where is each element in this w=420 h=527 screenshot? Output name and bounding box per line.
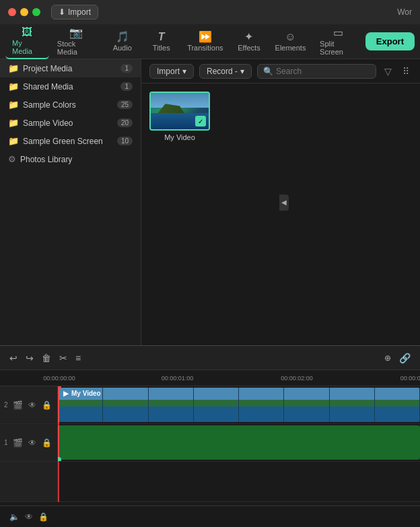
clip-frames xyxy=(58,388,420,422)
frame-4 xyxy=(194,388,239,422)
record-button[interactable]: Record - ▾ xyxy=(199,64,252,79)
badge-sample-video: 20 xyxy=(117,118,133,127)
tab-split-screen[interactable]: ▭ Split Screen xyxy=(313,25,364,59)
traffic-lights xyxy=(8,8,40,16)
ruler-mark-2: 00:00:02:00 xyxy=(281,375,313,382)
frame-5 xyxy=(239,388,284,422)
track-row-video: 2 🎬 👁 🔒 ▶ My Video xyxy=(0,386,420,424)
import-media-button[interactable]: Import ▾ xyxy=(149,64,194,79)
tab-my-media[interactable]: 🖼 My Media xyxy=(5,24,49,59)
video-track-content[interactable]: ▶ My Video xyxy=(58,386,420,423)
sidebar-label-sample-video: Sample Video xyxy=(23,118,73,128)
import-icon: ⬇ xyxy=(59,7,65,17)
sidebar-label-photos-library: Photos Library xyxy=(20,155,72,164)
badge-shared-media: 1 xyxy=(120,82,133,91)
audio-icon: 🎵 xyxy=(116,32,129,42)
badge-green-screen: 10 xyxy=(117,137,133,145)
record-label: Record - xyxy=(207,67,238,76)
stock-media-icon: 📷 xyxy=(69,28,83,38)
track-number-2: 2 xyxy=(4,401,9,409)
undo-button[interactable]: ↩ xyxy=(8,351,19,365)
sidebar-item-sample-colors[interactable]: 📁 Sample Colors 25 xyxy=(0,96,141,114)
time-ruler: 00:00:00:00 00:00:01:00 00:00:02:00 00:0… xyxy=(0,370,420,386)
main-area: 📁 Project Media 1 📁 Shared Media 1 📁 Sam… xyxy=(0,59,420,345)
media-thumb-my-video[interactable]: ✓ My Video xyxy=(149,92,210,141)
effects-icon: ✦ xyxy=(244,32,253,42)
video-playhead xyxy=(58,386,59,423)
link-button[interactable]: 🔗 xyxy=(398,351,412,365)
grid-view-icon[interactable]: ⠿ xyxy=(400,65,412,78)
sidebar-item-project-media[interactable]: 📁 Project Media 1 xyxy=(0,59,141,77)
track-row-empty xyxy=(0,462,420,502)
empty-track-content xyxy=(58,462,420,501)
sidebar-item-photos-library[interactable]: ⚙ Photos Library xyxy=(0,150,141,168)
audio-lock-icon[interactable]: 🔒 xyxy=(40,437,53,449)
audio-track-content[interactable] xyxy=(58,424,420,461)
bottom-lock-icon[interactable]: 🔒 xyxy=(37,511,50,523)
sidebar-label-sample-colors: Sample Colors xyxy=(23,100,76,110)
ruler-marks: 00:00:00:00 00:00:01:00 00:00:02:00 00:0… xyxy=(58,370,420,386)
media-item-label: My Video xyxy=(164,133,195,141)
add-track-button[interactable]: ⊕ xyxy=(383,352,392,364)
import-label: Import xyxy=(68,7,91,17)
audio-playhead-line xyxy=(58,425,59,460)
close-button[interactable] xyxy=(8,8,16,16)
delete-button[interactable]: 🗑 xyxy=(40,351,53,365)
audio-track-wrapper: 1 🎬 👁 🔒 xyxy=(0,424,420,462)
bottom-eye-icon[interactable]: 👁 xyxy=(24,511,34,523)
redo-button[interactable]: ↪ xyxy=(24,351,35,365)
folder-icon-project: 📁 xyxy=(8,63,19,73)
ruler-mark-0: 00:00:00:00 xyxy=(43,375,75,382)
filter-icon[interactable]: ▽ xyxy=(382,65,394,78)
minimize-button[interactable] xyxy=(20,8,28,16)
tab-audio[interactable]: 🎵 Audio xyxy=(104,29,141,55)
search-icon: 🔍 xyxy=(263,67,273,76)
import-media-label: Import xyxy=(157,67,180,76)
tab-audio-label: Audio xyxy=(113,44,132,52)
audio-clip[interactable] xyxy=(58,425,420,460)
video-clip[interactable]: ▶ My Video xyxy=(58,388,420,422)
ruler-mark-1: 00:00:01:00 xyxy=(162,375,194,382)
thumb-selected-check: ✓ xyxy=(195,116,206,127)
list-button[interactable]: ≡ xyxy=(74,351,82,365)
cut-button[interactable]: ✂ xyxy=(58,351,69,365)
sidebar-label-shared-media: Shared Media xyxy=(23,82,73,92)
speaker-icon[interactable]: 🔈 xyxy=(8,511,21,523)
sidebar-label-project-media: Project Media xyxy=(23,64,72,73)
maximize-button[interactable] xyxy=(32,8,40,16)
tab-transitions[interactable]: ⏩ Transitions xyxy=(182,29,229,55)
title-import-button[interactable]: ⬇ Import xyxy=(51,5,98,20)
timeline-toolbar: ↩ ↪ 🗑 ✂ ≡ ⊕ 🔗 xyxy=(0,346,420,370)
tab-effects[interactable]: ✦ Effects xyxy=(230,29,268,55)
lock-icon[interactable]: 🔒 xyxy=(40,399,53,411)
green-dot xyxy=(58,457,61,461)
tab-elements[interactable]: ☺ Elements xyxy=(269,29,312,55)
eye-icon[interactable]: 👁 xyxy=(27,399,38,411)
empty-track-controls xyxy=(0,462,58,501)
title-bar: ⬇ Import Wor xyxy=(0,0,420,24)
audio-track-icon[interactable]: 🎬 xyxy=(11,437,24,449)
tab-stock-media[interactable]: 📷 Stock Media xyxy=(50,25,102,59)
tab-my-media-label: My Media xyxy=(12,39,42,55)
export-button[interactable]: Export xyxy=(365,32,415,50)
audio-eye-icon[interactable]: 👁 xyxy=(27,437,38,449)
elements-icon: ☺ xyxy=(285,32,295,42)
titles-icon: T xyxy=(158,32,165,42)
sidebar-collapse-button[interactable]: ◀ xyxy=(279,195,289,211)
track-row-audio: 1 🎬 👁 🔒 xyxy=(0,424,420,462)
window-title: Wor xyxy=(397,7,412,17)
my-media-icon: 🖼 xyxy=(22,27,32,38)
video-thumbnail[interactable]: ✓ xyxy=(149,92,210,131)
sidebar-item-sample-video[interactable]: 📁 Sample Video 20 xyxy=(0,114,141,132)
search-input[interactable] xyxy=(276,67,370,76)
sidebar-item-shared-media[interactable]: 📁 Shared Media 1 xyxy=(0,77,141,96)
tab-transitions-label: Transitions xyxy=(187,44,223,52)
track-number-1: 1 xyxy=(4,439,9,446)
search-box[interactable]: 🔍 xyxy=(257,64,376,79)
frame-3 xyxy=(149,388,194,422)
tab-titles[interactable]: T Titles xyxy=(143,29,180,55)
tab-split-screen-label: Split Screen xyxy=(320,40,357,56)
clip-label: ▶ My Video xyxy=(63,390,101,397)
sidebar-item-sample-green-screen[interactable]: 📁 Sample Green Screen 10 xyxy=(0,132,141,150)
video-icon[interactable]: 🎬 xyxy=(11,399,24,411)
